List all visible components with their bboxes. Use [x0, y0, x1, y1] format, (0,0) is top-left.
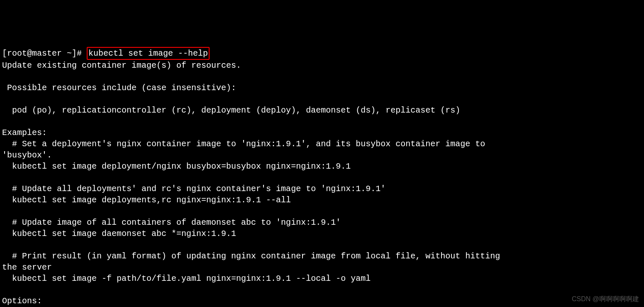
output-line: kubectl set image deployments,rc nginx=n…: [2, 195, 291, 205]
command-highlight: kubectl set image --help: [87, 47, 210, 60]
output-line: the server: [2, 263, 52, 272]
output-line: # Update all deployments' and rc's nginx…: [2, 184, 385, 194]
output-line: Possible resources include (case insensi…: [2, 83, 236, 93]
output-line: # Print result (in yaml format) of updat…: [2, 251, 500, 261]
output-line: Update existing container image(s) of re…: [2, 61, 241, 70]
output-line: # Update image of all containers of daem…: [2, 218, 341, 227]
output-line: pod (po), replicationcontroller (rc), de…: [2, 106, 460, 115]
shell-prompt: [root@master ~]#: [2, 49, 87, 58]
output-line: kubectl set image deployment/nginx busyb…: [2, 162, 351, 171]
output-line: Examples:: [2, 128, 47, 138]
output-line: Options:: [2, 296, 42, 306]
output-line: kubectl set image daemonset abc *=nginx:…: [2, 229, 236, 238]
output-line: 'busybox'.: [2, 150, 52, 160]
watermark-text: CSDN @啊啊啊啊啊建: [572, 295, 639, 304]
output-line: # Set a deployment's nginx container ima…: [2, 139, 485, 149]
output-line: kubectl set image -f path/to/file.yaml n…: [2, 274, 371, 283]
terminal-window[interactable]: [root@master ~]# kubectl set image --hel…: [2, 47, 642, 307]
command-text: kubectl set image --help: [88, 49, 208, 58]
